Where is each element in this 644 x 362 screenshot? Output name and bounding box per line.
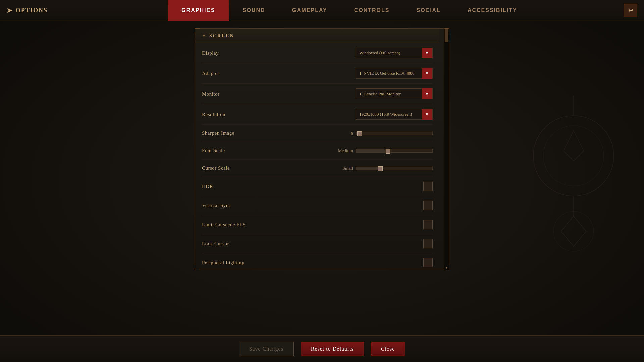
- setting-row-display: Display Windowed (Fullscreen) ▼: [202, 43, 433, 63]
- panel-content: ✦ SCREEN Display Windowed (Fullscreen) ▼: [195, 29, 444, 270]
- save-changes-button[interactable]: Save Changes: [239, 342, 294, 356]
- adapter-dropdown-text: 1. NVIDIA GeForce RTX 4080: [356, 71, 422, 76]
- settings-list: Display Windowed (Fullscreen) ▼ Adapter: [195, 43, 439, 270]
- nav-tab-social[interactable]: SOCIAL: [403, 0, 454, 21]
- setting-row-hdr: HDR: [202, 177, 433, 196]
- setting-row-monitor: Monitor 1. Generic PnP Monitor ▼: [202, 84, 433, 104]
- sharpen-slider-container: 6: [346, 131, 433, 136]
- setting-control-adapter: 1. NVIDIA GeForce RTX 4080 ▼: [352, 68, 433, 79]
- nav-options-label: OPTIONS: [16, 7, 48, 14]
- bottom-bar: Save Changes Reset to Defaults Close: [0, 335, 644, 362]
- hdr-checkbox[interactable]: [423, 182, 433, 191]
- setting-row-cursor-scale: Cursor Scale Small: [202, 160, 433, 177]
- cursor-scale-slider-track[interactable]: [356, 167, 433, 170]
- scrollbar-thumb[interactable]: [445, 29, 448, 42]
- setting-row-sharpen: Sharpen Image 6: [202, 125, 433, 142]
- adapter-dropdown-arrow: ▼: [422, 68, 432, 79]
- sharpen-slider-value: 6: [346, 131, 353, 136]
- setting-label-cursor-scale: Cursor Scale: [202, 165, 230, 171]
- section-title: SCREEN: [209, 33, 234, 39]
- setting-control-monitor: 1. Generic PnP Monitor ▼: [352, 88, 433, 99]
- setting-control-display: Windowed (Fullscreen) ▼: [352, 48, 433, 58]
- nav-bar: ➤ OPTIONS GRAPHICSSOUNDGAMEPLAYCONTROLSS…: [0, 0, 644, 21]
- setting-control-cutscene-fps: [352, 220, 433, 229]
- settings-panel: ✦ SCREEN Display Windowed (Fullscreen) ▼: [195, 28, 449, 269]
- nav-options-arrow: ➤: [7, 6, 13, 14]
- cursor-scale-slider-fill: [356, 167, 380, 170]
- setting-label-resolution: Resolution: [202, 112, 225, 117]
- scrollbar-arrow-down[interactable]: ▼: [444, 265, 449, 270]
- setting-row-lock-cursor: Lock Cursor: [202, 234, 433, 253]
- setting-label-peripheral-lighting: Peripheral Lighting: [202, 260, 245, 266]
- monitor-dropdown-text: 1. Generic PnP Monitor: [356, 91, 422, 97]
- cursor-scale-slider-thumb: [378, 166, 383, 171]
- setting-row-peripheral-lighting: Peripheral Lighting: [202, 253, 433, 270]
- display-dropdown-text: Windowed (Fullscreen): [356, 50, 422, 56]
- resolution-dropdown[interactable]: 644x362 (16:9 Widescreen) ▼: [356, 109, 433, 120]
- nav-tab-sound[interactable]: SOUND: [229, 0, 279, 21]
- setting-label-hdr: HDR: [202, 184, 213, 189]
- resolution-dropdown-text: 644x362 (16:9 Widescreen): [356, 112, 422, 117]
- setting-row-resolution: Resolution 644x362 (16:9 Widescreen) ▼: [202, 104, 433, 125]
- setting-label-cutscene-fps: Limit Cutscene FPS: [202, 222, 246, 228]
- nav-tab-gameplay[interactable]: GAMEPLAY: [279, 0, 341, 21]
- setting-row-adapter: Adapter 1. NVIDIA GeForce RTX 4080 ▼: [202, 63, 433, 84]
- cursor-scale-slider-container: Small: [333, 166, 433, 171]
- display-dropdown-arrow: ▼: [422, 48, 432, 58]
- font-scale-slider-fill: [356, 149, 388, 152]
- nav-tab-accessibility[interactable]: ACCESSIBILITY: [454, 0, 531, 21]
- setting-control-peripheral-lighting: [352, 258, 433, 267]
- nav-tabs: GRAPHICSSOUNDGAMEPLAYCONTROLSSOCIALACCES…: [54, 0, 644, 21]
- resolution-dropdown-arrow: ▼: [422, 109, 432, 120]
- nav-options-button[interactable]: ➤ OPTIONS: [0, 6, 54, 14]
- section-header: ✦ SCREEN: [195, 29, 439, 43]
- sharpen-slider-thumb: [357, 131, 362, 136]
- adapter-dropdown[interactable]: 1. NVIDIA GeForce RTX 4080 ▼: [356, 68, 433, 79]
- setting-label-monitor: Monitor: [202, 91, 220, 97]
- sharpen-slider-track[interactable]: [356, 132, 433, 135]
- setting-row-font-scale: Font Scale Medium: [202, 142, 433, 160]
- font-scale-slider-thumb: [386, 149, 390, 154]
- setting-label-display: Display: [202, 50, 219, 56]
- peripheral-lighting-checkbox[interactable]: [423, 258, 433, 267]
- reset-defaults-button[interactable]: Reset to Defaults: [301, 342, 364, 356]
- section-icon: ✦: [202, 33, 206, 39]
- setting-row-vsync: Vertical Sync: [202, 196, 433, 215]
- nav-tab-controls[interactable]: CONTROLS: [341, 0, 403, 21]
- main-content: ✦ SCREEN Display Windowed (Fullscreen) ▼: [0, 21, 644, 335]
- setting-label-adapter: Adapter: [202, 71, 219, 76]
- setting-control-lock-cursor: [352, 239, 433, 248]
- cutscene-fps-checkbox[interactable]: [423, 220, 433, 229]
- lock-cursor-checkbox[interactable]: [423, 239, 433, 248]
- display-dropdown[interactable]: Windowed (Fullscreen) ▼: [356, 48, 433, 58]
- setting-control-hdr: [352, 182, 433, 191]
- font-scale-slider-container: Medium: [333, 148, 433, 154]
- setting-label-lock-cursor: Lock Cursor: [202, 241, 229, 247]
- monitor-dropdown-arrow: ▼: [422, 88, 432, 99]
- setting-control-sharpen: 6: [346, 131, 433, 136]
- setting-label-sharpen: Sharpen Image: [202, 130, 234, 136]
- font-scale-slider-label: Medium: [333, 148, 353, 154]
- setting-label-vsync: Vertical Sync: [202, 203, 231, 208]
- setting-control-resolution: 644x362 (16:9 Widescreen) ▼: [352, 109, 433, 120]
- vsync-checkbox[interactable]: [423, 201, 433, 210]
- scrollbar[interactable]: ▲ ▼: [444, 29, 449, 270]
- setting-control-cursor-scale: Small: [333, 166, 433, 171]
- cursor-scale-slider-label: Small: [333, 166, 353, 171]
- setting-control-vsync: [352, 201, 433, 210]
- panel-scroll: ✦ SCREEN Display Windowed (Fullscreen) ▼: [195, 29, 449, 270]
- setting-label-font-scale: Font Scale: [202, 148, 225, 154]
- close-button[interactable]: Close: [371, 342, 405, 356]
- font-scale-slider-track[interactable]: [356, 149, 433, 153]
- setting-row-cutscene-fps: Limit Cutscene FPS: [202, 215, 433, 234]
- setting-control-font-scale: Medium: [333, 148, 433, 154]
- nav-back-button[interactable]: ↩: [624, 4, 637, 17]
- nav-tab-graphics[interactable]: GRAPHICS: [168, 0, 229, 21]
- monitor-dropdown[interactable]: 1. Generic PnP Monitor ▼: [356, 88, 433, 99]
